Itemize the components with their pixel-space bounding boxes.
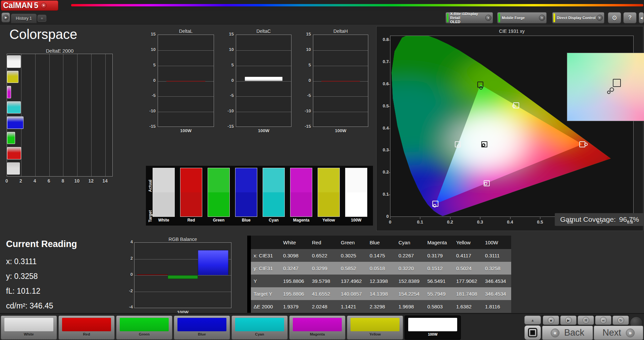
next-button[interactable]: Next » [594, 326, 643, 340]
patch-button-white[interactable]: White [1, 315, 57, 340]
table-row-label: ΔE 2000 [251, 300, 280, 313]
tick-mark [600, 217, 600, 219]
add-tab-button[interactable]: + [38, 15, 46, 22]
inset-measured-marker [610, 88, 614, 92]
patch-button-magenta[interactable]: Magenta [289, 315, 345, 340]
table-cell: 137.4962 [338, 275, 367, 287]
patch-label: 100W [405, 332, 461, 336]
swatch-panel: Actual Target WhiteRedGreenBlueCyanMagen… [146, 166, 373, 226]
swatch-column-white: White [153, 168, 175, 223]
logo-dropdown-icon[interactable]: ▼ [41, 3, 47, 8]
source-status-bar [498, 13, 500, 22]
display-control-dropdown[interactable]: Direct Display Control ▼ [552, 12, 604, 23]
meter-dropdown[interactable]: X-Rite i1Display RetailOLED ▼ [445, 12, 493, 23]
cie-y-tick: 0.4 [377, 126, 389, 131]
settings-button[interactable]: ⚙ [608, 12, 621, 23]
table-header-white: White [280, 236, 309, 249]
swatch-chip [180, 168, 202, 217]
y-tick-label: -5 [222, 93, 234, 98]
collapse-up-button[interactable]: ▲ [524, 315, 541, 325]
chevrons-right-icon: » [626, 329, 635, 337]
target-swatch [263, 192, 284, 216]
actual-row-label: Actual [148, 180, 153, 192]
tick-mark [388, 150, 390, 151]
chevron-down-icon[interactable]: ▼ [485, 15, 491, 21]
gridline [236, 112, 291, 112]
deltaL-title: DeltaL [158, 29, 214, 34]
deltae-bar-white [7, 55, 21, 68]
collapse-button[interactable]: ◀ [639, 12, 644, 23]
swatch-label: White [153, 218, 175, 223]
cie-y-tick: 0.2 [377, 169, 389, 175]
cie-measured-blue [433, 204, 436, 207]
current-reading-title: Current Reading [6, 239, 77, 249]
table-cell: 0.4117 [453, 249, 482, 262]
y-tick-label: -10 [144, 108, 156, 113]
patch-label: Blue [174, 332, 230, 336]
swatch-column-yellow: Yellow [318, 168, 340, 223]
y-tick-label: -15 [144, 124, 156, 129]
app-logo-menu[interactable]: CalMAN 5 ▼ [1, 0, 58, 11]
deltae-bar-cyan [7, 101, 21, 114]
deltaC-bar [245, 77, 283, 81]
stop-button[interactable]: ■ [543, 315, 559, 325]
reading-fl: fL: 101.12 [6, 287, 40, 296]
x-tick-label: 10 [74, 178, 80, 184]
patch-swatch [177, 318, 226, 331]
actual-swatch [235, 168, 257, 192]
patch-button-yellow[interactable]: Yellow [347, 315, 403, 340]
cie-y-tick: 0.3 [377, 147, 389, 152]
tick-mark [388, 62, 390, 62]
patch-button-blue[interactable]: Blue [174, 315, 230, 340]
gear-icon: ⚙ [611, 14, 617, 22]
swatch-chip [345, 168, 367, 217]
loop-icon: ∞ [600, 317, 607, 324]
swatch-chip [208, 168, 230, 217]
gridline [313, 50, 368, 51]
y-tick-label: -10 [300, 108, 311, 113]
patch-button-100w[interactable]: 100W [405, 315, 461, 340]
x-tick-label: 4 [34, 178, 36, 184]
table-cell: 0.3247 [280, 262, 309, 275]
chevron-down-icon[interactable]: ▼ [539, 15, 545, 21]
tick-mark [390, 217, 390, 219]
y-tick-label: 0 [300, 78, 311, 83]
tab-history-1[interactable]: History 1 [11, 13, 37, 23]
pattern-window-button[interactable] [524, 325, 541, 340]
target-row-label: Target [148, 210, 153, 222]
patch-button-cyan[interactable]: Cyan [231, 315, 288, 340]
pause-button[interactable]: H [578, 315, 594, 325]
table-cell: 154.2254 [396, 287, 425, 300]
reading-y: y: 0.3258 [6, 272, 38, 281]
play-button[interactable]: ▶ [560, 315, 577, 325]
patch-button-green[interactable]: Green [116, 315, 172, 340]
history-nav-button[interactable]: ▶ [1, 12, 10, 22]
patch-button-red[interactable]: Red [58, 315, 115, 340]
table-cell: 0.5024 [453, 262, 482, 275]
table-header-100w: 100W [482, 236, 511, 249]
gridline [63, 54, 63, 176]
refresh-icon: ↻ [618, 317, 624, 324]
patch-swatch [4, 318, 53, 331]
table-row-label: y: CIE31 [251, 262, 280, 275]
table-cell: 0.3299 [309, 262, 338, 275]
back-button[interactable]: « Back [542, 326, 593, 340]
tick-mark [388, 40, 390, 40]
chevron-down-icon[interactable]: ▼ [597, 15, 603, 21]
source-dropdown[interactable]: Mobile Forge ▼ [497, 12, 547, 23]
actual-swatch [263, 168, 284, 192]
gridline [49, 54, 50, 176]
help-button[interactable]: ? [623, 12, 637, 23]
table-cell: 0.5852 [338, 262, 367, 275]
refresh-button[interactable]: ↻ [612, 315, 629, 325]
table-cell: 0.3111 [482, 249, 511, 262]
deltae-bar-red [7, 147, 21, 159]
x-tick-label: 12 [88, 178, 94, 184]
patch-label: White [1, 332, 57, 336]
loop-button[interactable]: ∞ [595, 315, 611, 325]
table-cell: 177.9062 [453, 275, 482, 287]
swatch-label: Blue [235, 218, 257, 223]
patch-label: Green [116, 332, 172, 336]
patch-swatch [62, 318, 111, 331]
rgb-balance-plot [134, 242, 231, 308]
